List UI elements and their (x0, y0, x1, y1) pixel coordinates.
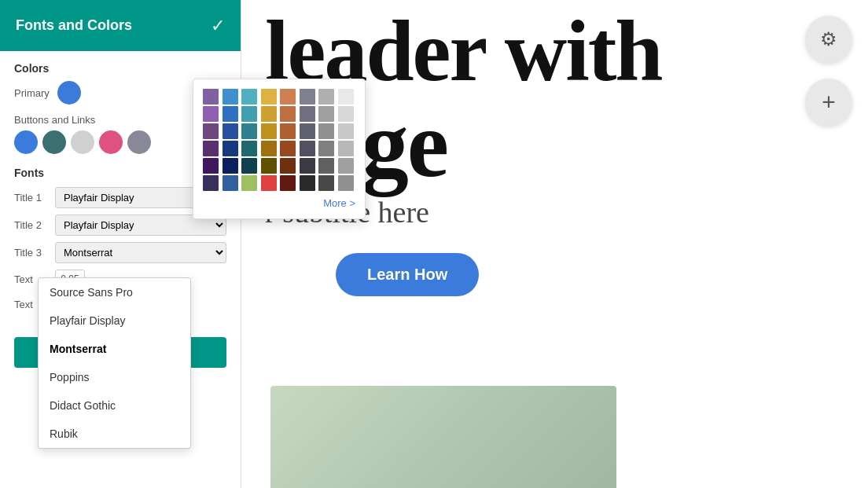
color-cell[interactable] (318, 123, 334, 139)
font-row-label-title2: Title 2 (14, 219, 50, 231)
swatch-light-gray[interactable] (71, 130, 94, 154)
font-dropdown-item[interactable]: Didact Gothic (39, 391, 190, 420)
panel-title: Fonts and Colors (16, 17, 132, 34)
primary-color-swatch[interactable] (57, 81, 81, 105)
color-cell[interactable] (280, 141, 296, 156)
color-grid (203, 89, 355, 191)
color-cell[interactable] (261, 106, 277, 122)
panel-header: Fonts and Colors ✓ (0, 0, 241, 51)
color-picker-popup: More > (193, 79, 366, 219)
color-cell[interactable] (338, 123, 354, 139)
color-cell[interactable] (261, 141, 277, 156)
color-cell[interactable] (261, 158, 277, 174)
color-cell[interactable] (318, 158, 334, 174)
plus-button[interactable]: + (805, 79, 852, 126)
color-cell[interactable] (318, 89, 334, 105)
color-cell[interactable] (241, 106, 257, 122)
color-cell[interactable] (203, 123, 219, 139)
gear-button[interactable]: ⚙ (805, 16, 852, 63)
color-cell[interactable] (300, 89, 315, 105)
learn-how-button[interactable]: Learn How (336, 253, 479, 296)
color-cell[interactable] (223, 141, 238, 156)
color-cell[interactable] (261, 175, 277, 191)
color-cell[interactable] (223, 158, 238, 174)
color-cell[interactable] (241, 141, 257, 156)
color-cell[interactable] (203, 141, 219, 156)
swatch-pink[interactable] (99, 130, 123, 154)
color-cell[interactable] (300, 141, 315, 156)
color-cell[interactable] (300, 175, 315, 191)
color-cell[interactable] (241, 123, 257, 139)
swatch-blue[interactable] (14, 130, 38, 154)
color-cell[interactable] (203, 106, 219, 122)
color-cell[interactable] (223, 106, 238, 122)
color-cell[interactable] (300, 106, 315, 122)
color-cell[interactable] (338, 158, 354, 174)
font-row-title3: Title 3 Montserrat (14, 242, 226, 263)
color-cell[interactable] (280, 175, 296, 191)
color-cell[interactable] (318, 175, 334, 191)
swatch-gray[interactable] (127, 130, 151, 154)
primary-label: Primary (14, 87, 50, 99)
color-cell[interactable] (241, 175, 257, 191)
color-cell[interactable] (203, 89, 219, 105)
plus-icon: + (822, 89, 836, 116)
color-cell[interactable] (280, 123, 296, 139)
more-colors-link[interactable]: More > (203, 197, 355, 209)
font-dropdown-item[interactable]: Rubik (39, 420, 190, 448)
color-cell[interactable] (280, 106, 296, 122)
color-cell[interactable] (223, 89, 238, 105)
color-cell[interactable] (300, 123, 315, 139)
color-cell[interactable] (338, 106, 354, 122)
gear-icon: ⚙ (820, 28, 837, 50)
swatch-teal[interactable] (42, 130, 66, 154)
font-row-label-title3: Title 3 (14, 247, 50, 259)
color-cell[interactable] (300, 158, 315, 174)
font-dropdown-item[interactable]: Source Sans Pro (39, 278, 190, 306)
font-dropdown-item[interactable]: Playfair Display (39, 306, 190, 335)
preview-image (270, 386, 616, 488)
font-row-label-title1: Title 1 (14, 192, 50, 204)
font-dropdown-item[interactable]: Montserrat (39, 335, 190, 363)
font-select-title3[interactable]: Montserrat (55, 242, 226, 263)
color-cell[interactable] (241, 158, 257, 174)
color-cell[interactable] (203, 175, 219, 191)
color-cell[interactable] (338, 89, 354, 105)
color-cell[interactable] (223, 175, 238, 191)
check-button[interactable]: ✓ (211, 16, 225, 36)
color-cell[interactable] (223, 123, 238, 139)
color-cell[interactable] (318, 106, 334, 122)
preview-area: leader with nage r subtitle here Learn H… (241, 0, 868, 488)
font-dropdown: Source Sans ProPlayfair DisplayMontserra… (38, 277, 191, 449)
font-dropdown-item[interactable]: Poppins (39, 363, 190, 391)
color-cell[interactable] (203, 158, 219, 174)
color-cell[interactable] (261, 89, 277, 105)
color-cell[interactable] (338, 141, 354, 156)
color-cell[interactable] (318, 141, 334, 156)
color-cell[interactable] (261, 123, 277, 139)
color-cell[interactable] (338, 175, 354, 191)
color-cell[interactable] (241, 89, 257, 105)
color-cell[interactable] (280, 158, 296, 174)
colors-section-label: Colors (14, 62, 226, 75)
color-cell[interactable] (280, 89, 296, 105)
